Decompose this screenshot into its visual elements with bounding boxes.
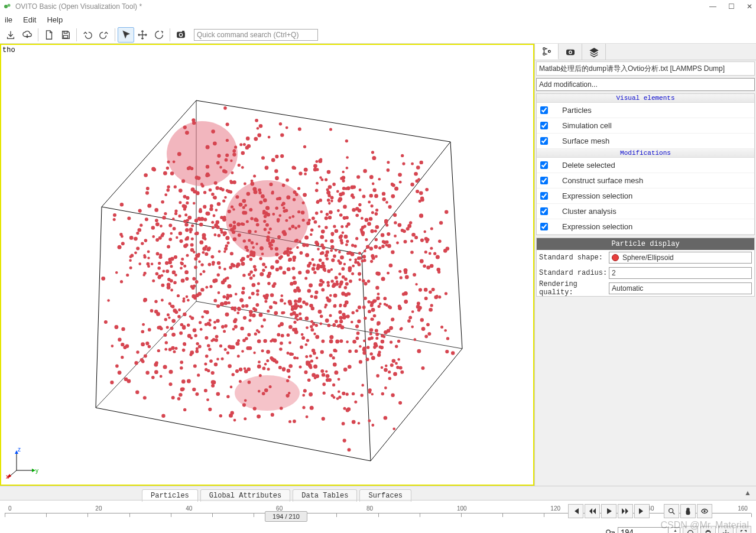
svg-point-592 — [101, 277, 105, 281]
svg-point-1062 — [362, 195, 366, 199]
visibility-checkbox[interactable] — [540, 122, 548, 129]
maximize-button[interactable]: ☐ — [728, 2, 735, 11]
svg-point-460 — [424, 288, 428, 292]
shape-dropdown[interactable]: Sphere/Ellipsoid — [609, 252, 752, 264]
svg-point-1418 — [246, 136, 250, 141]
chevron-up-icon[interactable]: ▲ — [744, 489, 751, 497]
radius-input[interactable]: 2 — [609, 267, 752, 279]
svg-point-548 — [387, 168, 390, 172]
svg-point-1178 — [244, 399, 247, 402]
enable-checkbox[interactable] — [540, 192, 548, 200]
svg-point-656 — [343, 439, 346, 443]
svg-point-1220 — [168, 238, 172, 241]
svg-point-52 — [319, 322, 322, 325]
play-icon[interactable] — [601, 504, 617, 518]
svg-point-897 — [417, 308, 421, 312]
horizontal-scrollbar[interactable]: ◀▶ — [537, 235, 754, 235]
svg-point-1288 — [338, 378, 340, 381]
svg-point-1283 — [294, 227, 297, 230]
pipeline-item[interactable]: Delete selected — [537, 158, 754, 173]
undo-icon[interactable] — [79, 27, 96, 43]
cloud-import-icon[interactable] — [19, 27, 35, 43]
enable-checkbox[interactable] — [540, 223, 548, 230]
step-back-icon[interactable] — [585, 504, 600, 518]
svg-point-1400 — [288, 364, 293, 368]
enable-checkbox[interactable] — [540, 161, 548, 169]
cursor-icon[interactable] — [118, 27, 134, 43]
svg-point-995 — [327, 269, 330, 273]
svg-point-567 — [249, 208, 252, 212]
svg-point-311 — [238, 164, 241, 167]
add-modification-dropdown[interactable]: Add modification... — [536, 78, 755, 91]
pan-icon[interactable] — [680, 504, 696, 518]
visibility-checkbox[interactable] — [540, 137, 548, 145]
enable-checkbox[interactable] — [540, 177, 548, 184]
menu-edit[interactable]: Edit — [23, 15, 36, 24]
svg-point-41 — [381, 392, 384, 395]
search-input[interactable]: Quick command search (Ctrl+Q) — [194, 29, 318, 41]
pipeline-item[interactable]: Construct surface mesh — [537, 173, 754, 188]
svg-point-848 — [320, 369, 324, 373]
visibility-checkbox[interactable] — [540, 106, 548, 114]
svg-text:x: x — [6, 473, 9, 480]
svg-point-944 — [163, 270, 166, 273]
goto-end-icon[interactable] — [634, 504, 650, 518]
slider-thumb[interactable]: 194 / 210 — [265, 511, 307, 522]
enable-checkbox[interactable] — [540, 207, 548, 215]
svg-point-1160 — [277, 220, 280, 223]
file-path[interactable]: Matlab处理后的dump请导入Ovtio分析.txt [LAMMPS Dum… — [536, 61, 755, 76]
pipeline-item[interactable]: Surface mesh — [537, 134, 754, 149]
svg-point-1078 — [254, 308, 257, 312]
svg-point-354 — [190, 285, 193, 288]
svg-point-161 — [226, 123, 229, 126]
svg-point-403 — [225, 154, 229, 157]
viewport[interactable]: tho z y — [0, 44, 534, 486]
svg-point-875 — [420, 197, 424, 200]
pipeline-item[interactable]: Expression selection — [537, 188, 754, 204]
svg-point-1357 — [444, 210, 448, 214]
svg-point-1073 — [314, 240, 318, 244]
svg-point-1308 — [375, 333, 379, 336]
tab-pipeline-icon[interactable] — [535, 44, 559, 60]
zoom-icon[interactable] — [664, 504, 679, 518]
quality-dropdown[interactable]: Automatic — [609, 282, 752, 294]
step-forward-icon[interactable] — [618, 504, 633, 518]
svg-point-606 — [211, 371, 215, 375]
tab-render-icon[interactable] — [559, 44, 582, 60]
svg-point-70 — [333, 294, 338, 298]
menu-file[interactable]: ile — [5, 15, 12, 24]
new-file-icon[interactable] — [41, 27, 57, 43]
svg-point-1306 — [234, 325, 238, 329]
render-icon[interactable] — [173, 27, 189, 43]
redo-icon[interactable] — [96, 27, 112, 43]
svg-point-626 — [299, 366, 302, 369]
svg-point-1114 — [325, 370, 327, 372]
minimize-button[interactable]: — — [709, 2, 716, 11]
svg-point-167 — [398, 401, 402, 405]
svg-point-816 — [315, 374, 319, 378]
svg-point-193 — [329, 339, 333, 343]
svg-point-1344 — [251, 180, 254, 183]
rotate-icon[interactable] — [151, 27, 167, 43]
svg-point-1104 — [346, 408, 349, 412]
svg-point-288 — [205, 336, 208, 340]
pipeline-item[interactable]: Simulation cell — [537, 118, 754, 134]
pipeline-item[interactable]: Expression selection — [537, 219, 754, 235]
svg-point-282 — [407, 319, 411, 323]
svg-point-566 — [151, 263, 154, 266]
svg-point-887 — [179, 239, 183, 243]
goto-start-icon[interactable] — [568, 504, 583, 518]
svg-point-662 — [232, 180, 236, 184]
tab-layers-icon[interactable] — [582, 44, 606, 60]
import-icon[interactable] — [2, 27, 19, 43]
menu-help[interactable]: Help — [47, 15, 63, 24]
close-button[interactable]: ✕ — [747, 2, 752, 11]
save-icon[interactable] — [57, 27, 74, 43]
svg-point-47 — [249, 310, 253, 314]
svg-point-638 — [217, 261, 220, 265]
move-icon[interactable] — [134, 27, 151, 43]
pipeline-item[interactable]: Cluster analysis — [537, 204, 754, 219]
svg-point-844 — [346, 393, 349, 396]
eye-icon[interactable] — [697, 504, 712, 518]
pipeline-item[interactable]: Particles — [537, 103, 754, 118]
